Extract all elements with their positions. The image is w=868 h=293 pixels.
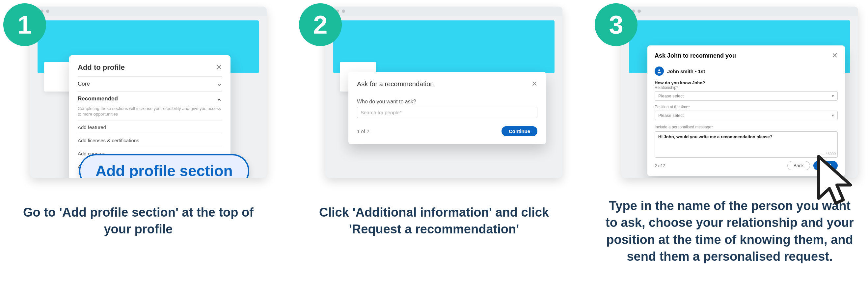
traffic-dot [46,9,50,13]
position-label: Position at the time* [655,105,838,109]
step-number-badge-2: 2 [299,3,342,46]
modal-header: Ask for a recommendation ✕ [357,80,537,93]
modal-title: Ask John to recommend you [655,52,736,59]
core-section[interactable]: Core [78,76,222,91]
person-name: John smith • 1st [667,68,705,74]
step-number-2: 2 [313,10,327,40]
traffic-dot [342,9,345,13]
relationship-placeholder: Please select [658,94,684,98]
modal-title: Add to profile [78,63,125,72]
browser-window-1: Add to profile ✕ Core Recommended [30,7,267,178]
step-1-caption: Go to 'Add profile section' at the top o… [10,204,267,238]
svg-marker-1 [818,156,851,203]
add-profile-section-label: Add profile section [95,162,233,178]
chevron-down-icon: ▾ [832,113,834,118]
continue-button[interactable]: Continue [501,126,537,136]
relationship-label: Relationship* [655,85,838,90]
close-icon[interactable]: ✕ [832,51,838,60]
relationship-select[interactable]: Please select ▾ [655,91,838,101]
who-label: Who do you want to ask? [357,99,537,105]
chevron-down-icon [217,82,222,86]
close-icon[interactable]: ✕ [216,63,222,72]
step-number-1: 1 [18,10,32,40]
steps-container: 1 Add to profile ✕ Core [0,0,868,265]
ask-recommendation-modal: Ask for a recommendation ✕ Who do you wa… [348,72,546,144]
continue-label: Continue [509,128,530,134]
modal-header: Ask John to recommend you ✕ [655,51,838,63]
step-2: 2 Ask for a recommendation ✕ Who do you … [302,7,566,265]
step-1: 1 Add to profile ✕ Core [7,7,270,265]
add-featured-link[interactable]: Add featured [78,121,222,134]
browser-body: Ask for a recommendation ✕ Who do you wa… [326,16,562,178]
back-button[interactable]: Back [787,161,810,170]
step-number-badge-1: 1 [3,3,46,46]
position-placeholder: Please select [658,113,684,118]
chevron-up-icon [217,97,222,100]
know-label: How do you know John? [655,80,838,85]
back-label: Back [794,163,804,168]
page-indicator: 1 of 2 [357,128,369,134]
page-indicator: 2 of 2 [655,163,665,168]
message-label: Include a personalised message* [655,125,838,129]
browser-chrome [621,7,858,16]
avatar-icon [655,66,664,76]
step-3: 3 Ask John to recommend you ✕ [598,7,861,265]
search-people-input[interactable]: Search for people* [357,107,537,118]
position-select[interactable]: Please select ▾ [655,110,838,120]
browser-body: Add to profile ✕ Core Recommended [30,16,267,178]
step-number-badge-3: 3 [595,3,638,46]
recommended-desc: Completing these sections will increase … [78,106,222,121]
recommended-section[interactable]: Recommended [78,91,222,106]
modal-header: Add to profile ✕ [78,63,222,76]
add-licenses-link[interactable]: Add licenses & certifications [78,134,222,147]
close-icon[interactable]: ✕ [531,80,537,88]
chevron-down-icon: ▾ [832,94,834,98]
browser-chrome [326,7,562,16]
message-text: Hi John, would you write me a recommenda… [658,134,773,139]
traffic-dot [638,9,641,13]
browser-chrome [30,7,267,16]
step-2-caption: Click 'Additional information' and click… [306,204,562,238]
step-number-3: 3 [609,10,623,40]
person-row: John smith • 1st [655,66,838,76]
svg-point-0 [658,69,660,71]
modal-footer: 1 of 2 Continue [357,126,537,136]
core-label: Core [78,80,90,87]
cursor-icon [809,152,858,211]
browser-window-2: Ask for a recommendation ✕ Who do you wa… [326,7,562,178]
add-profile-section-button[interactable]: Add profile section [79,154,249,178]
recommended-label: Recommended [78,95,118,102]
modal-title: Ask for a recommendation [357,80,434,88]
